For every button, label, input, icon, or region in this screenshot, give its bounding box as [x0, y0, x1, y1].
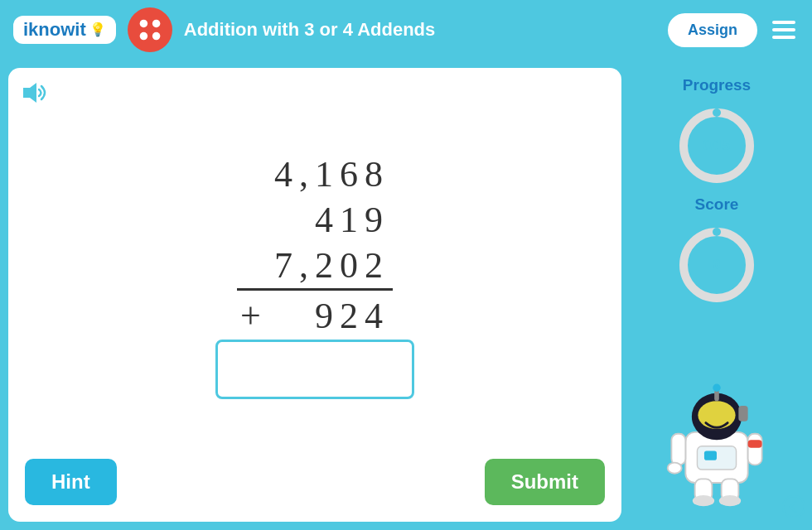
- addend3-value: 7,202: [271, 243, 393, 290]
- addend1-value: 4,168: [271, 152, 393, 198]
- addend2-row: 419: [237, 198, 393, 243]
- plus-operator: +: [237, 290, 271, 340]
- svg-point-2: [139, 32, 147, 41]
- addend2-value: 419: [271, 198, 393, 243]
- dice-icon: [134, 14, 166, 46]
- svg-rect-16: [704, 450, 717, 460]
- menu-line: [772, 28, 795, 31]
- score-value: 0: [713, 257, 720, 273]
- assign-button[interactable]: Assign: [668, 13, 757, 47]
- logo-text: iknowit: [23, 21, 86, 39]
- svg-point-24: [668, 463, 682, 474]
- svg-point-25: [783, 496, 805, 518]
- addend1-row: 4,168: [237, 152, 393, 198]
- svg-point-23: [719, 495, 741, 506]
- svg-point-0: [139, 20, 147, 28]
- header: iknowit 💡 Addition with 3 or 4 Addends A…: [0, 0, 812, 60]
- addend3-row: 7,202: [237, 243, 393, 290]
- svg-point-1: [152, 20, 161, 28]
- menu-button[interactable]: [769, 17, 799, 42]
- addend4-value: 924: [271, 290, 393, 340]
- activity-icon: [128, 7, 172, 52]
- progress-ring: 0/15: [675, 104, 758, 187]
- activity-title: Addition with 3 or 4 Addends: [184, 19, 656, 41]
- answer-input[interactable]: [215, 340, 414, 399]
- svg-point-22: [693, 495, 714, 506]
- svg-point-13: [713, 384, 720, 392]
- score-label: Score: [695, 195, 739, 214]
- math-area: 4,168 419 7,202 + 924: [25, 101, 605, 450]
- addend4-row: + 924: [237, 290, 393, 340]
- right-panel: Progress 0/15 Score 0: [630, 68, 804, 522]
- hint-button[interactable]: Hint: [25, 459, 117, 505]
- logo: iknowit 💡: [13, 16, 116, 44]
- menu-line: [772, 36, 795, 39]
- progress-value: 0/15: [703, 137, 730, 154]
- progress-label: Progress: [683, 76, 751, 94]
- robot-area: [659, 315, 775, 513]
- svg-rect-14: [738, 406, 747, 422]
- main-layout: 4,168 419 7,202 + 924 Hint Submit: [0, 60, 812, 530]
- back-button[interactable]: [782, 495, 805, 523]
- menu-line: [772, 21, 795, 24]
- svg-rect-19: [748, 440, 762, 447]
- score-ring: 0: [675, 224, 758, 306]
- bulb-icon: 💡: [89, 23, 106, 36]
- svg-point-11: [698, 401, 735, 429]
- svg-rect-12: [714, 390, 719, 401]
- svg-point-3: [152, 32, 161, 41]
- bottom-bar: Hint Submit: [25, 450, 605, 505]
- sound-icon: [22, 81, 48, 104]
- svg-rect-17: [671, 434, 685, 465]
- equation-table: 4,168 419 7,202 + 924: [237, 152, 393, 339]
- submit-button[interactable]: Submit: [485, 459, 605, 505]
- svg-rect-18: [748, 434, 762, 465]
- robot-character: [659, 378, 775, 510]
- back-arrow-icon: [782, 495, 805, 518]
- svg-marker-4: [23, 83, 36, 103]
- plus-placeholder: [237, 152, 271, 198]
- question-panel: 4,168 419 7,202 + 924 Hint Submit: [8, 68, 621, 522]
- sound-button[interactable]: [22, 81, 48, 110]
